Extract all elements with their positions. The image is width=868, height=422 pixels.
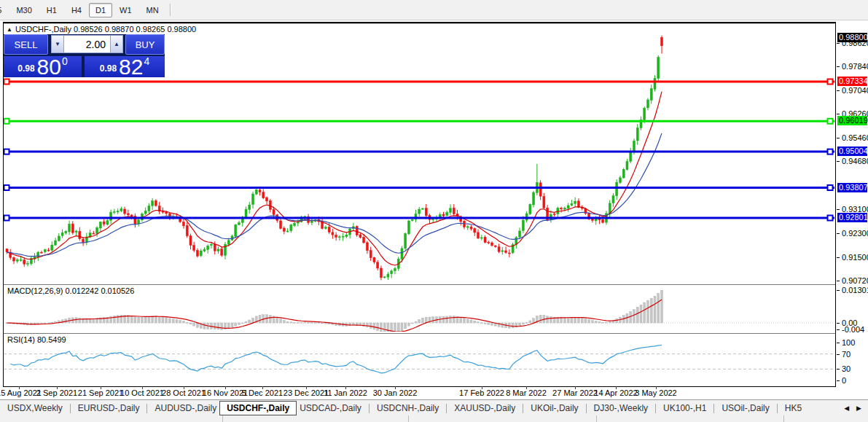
timeframe-button-d1[interactable]: D1 (89, 3, 112, 17)
price-axis-label-0.95460: 0.95460 (842, 133, 868, 143)
date-label: 23 Dec 2021 (284, 388, 329, 397)
bid-fraction: 0 (62, 55, 68, 67)
axis-tick (837, 138, 840, 138)
tab-separator (369, 404, 370, 413)
axis-tick (837, 354, 840, 355)
volume-increase-button[interactable]: ▲ (110, 35, 123, 53)
timeframe-button-w1[interactable]: W1 (112, 3, 139, 17)
toolbar-separator (170, 4, 171, 16)
date-label: 5 Dec 2021 (242, 388, 283, 397)
bid-price-display[interactable]: 0.98800 (4, 56, 82, 77)
axis-tick (837, 43, 840, 44)
macd-indicator-label: MACD(12,26,9) 0.012242 0.010526 (7, 286, 134, 295)
chart-tab-uk100-h1[interactable]: UK100-,H1 (663, 403, 706, 413)
chart-tab-xauusd-daily[interactable]: XAUUSD-,Daily (454, 403, 515, 413)
hline-price-box-0.97334: 0.97334 (837, 77, 867, 86)
price-axis-label-0.97040: 0.97040 (842, 86, 868, 95)
bid-base: 0.98 (17, 63, 34, 74)
price-axis-label-0.90720: 0.90720 (842, 276, 868, 286)
chart-tab-usoil-daily[interactable]: USOil-,Daily (722, 403, 769, 413)
date-label: 3 May 2022 (635, 388, 676, 397)
axis-tick (837, 369, 840, 370)
axis-tick (837, 257, 840, 258)
tab-separator (70, 404, 71, 413)
date-label: 21 Sep 2021 (78, 388, 123, 397)
tab-separator (713, 404, 714, 413)
timeframe-button-mn[interactable]: MN (139, 3, 166, 17)
price-axis-label-0.94680: 0.94680 (842, 157, 868, 166)
ask-base: 0.98 (100, 63, 117, 74)
date-label: 14 Apr 2022 (594, 388, 637, 397)
chart-tab-usdchf-daily[interactable]: USDCHF-,Daily (219, 401, 297, 415)
symbol-ohlc-text: USDCHF-,Daily 0.98526 0.98870 0.98265 0.… (15, 25, 196, 34)
hline-price-box-0.93807: 0.93807 (837, 183, 867, 192)
rsi-axis-label-0: 0 (842, 376, 846, 386)
date-label: 11 Jan 2022 (324, 388, 367, 397)
ask-fraction: 4 (144, 55, 149, 67)
buy-button[interactable]: BUY (125, 34, 165, 55)
axis-tick (837, 114, 840, 114)
timeframe-button-m30[interactable]: M30 (9, 3, 39, 17)
date-label: 8 Mar 2022 (506, 388, 547, 397)
tab-scroll-left-icon[interactable]: ◀ (844, 405, 849, 412)
rsi-axis-label-30: 30 (842, 364, 851, 374)
tab-separator (586, 404, 587, 413)
one-click-trading-panel: SELL ▼ ▲ BUY 0.98800 0.98824 (4, 34, 165, 77)
tabbar-divider (783, 415, 784, 422)
tabbar-divider (408, 415, 409, 422)
collapse-panel-icon[interactable]: ▲ (7, 26, 12, 33)
chart-tab-usdx-weekly[interactable]: USDX,Weekly (7, 403, 63, 413)
date-label: 27 Mar 2022 (552, 388, 598, 397)
chart-tab-ukoil-daily[interactable]: UKOil-,Daily (531, 403, 578, 413)
tab-scroll-right-icon[interactable]: ▶ (856, 405, 861, 412)
volume-input[interactable] (64, 35, 110, 53)
rsi-axis-label-100: 100 (842, 338, 855, 348)
date-label: 16 Nov 2021 (203, 388, 248, 397)
chart-tab-bar: USDX,WeeklyEURUSD-,DailyAUDUSD-,DailyUSD… (0, 399, 868, 422)
axis-tick (837, 90, 840, 91)
timeframe-button-h4[interactable]: H4 (64, 3, 89, 17)
axis-tick (837, 161, 840, 162)
volume-decrease-button[interactable]: ▼ (51, 35, 64, 53)
date-label: 30 Jan 2022 (373, 388, 418, 397)
hline-price-box-0.95004: 0.95004 (837, 146, 867, 156)
mt4-window: M15M30H1H4D1W1MN ▲USDCHF-,Daily 0.98526 … (0, 0, 868, 422)
hline-price-box-0.96019: 0.96019 (837, 116, 867, 125)
time-axis[interactable]: 15 Aug 20212 Sep 202121 Sep 202110 Oct 2… (3, 387, 836, 399)
tab-scroll-buttons: ◀▶ (836, 403, 867, 413)
chart-tab-hk5[interactable]: HK5 (785, 403, 802, 413)
tab-separator (146, 404, 147, 413)
chart-tab-usdcnh-daily[interactable]: USDCNH-,Daily (377, 403, 439, 413)
axis-tick (837, 323, 840, 324)
chart-title: ▲USDCHF-,Daily 0.98526 0.98870 0.98265 0… (7, 25, 196, 34)
axis-tick (837, 380, 840, 381)
tabbar-divider (596, 415, 597, 422)
timeframe-toolbar: M15M30H1H4D1W1MN (0, 0, 868, 20)
date-label: 17 Feb 2022 (459, 388, 504, 397)
price-axis[interactable]: 0.986200.978400.970400.962600.954600.946… (837, 22, 868, 387)
sell-button[interactable]: SELL (4, 34, 48, 55)
axis-tick (837, 329, 840, 330)
price-axis-label-0.92300: 0.92300 (842, 229, 868, 238)
rsi-axis-label-70: 70 (842, 350, 851, 359)
tabbar-divider (222, 415, 223, 422)
date-label: 10 Oct 2021 (120, 388, 164, 397)
chart-tab-eurusd-daily[interactable]: EURUSD-,Daily (78, 403, 140, 413)
axis-tick (837, 209, 840, 210)
timeframe-button-h1[interactable]: H1 (39, 3, 64, 17)
price-axis-label-0.97840: 0.97840 (842, 62, 868, 71)
price-axis-label-0.91500: 0.91500 (842, 253, 868, 262)
axis-tick (837, 281, 840, 281)
chart-tab-dj30-weekly[interactable]: DJ30-,Weekly (594, 403, 648, 413)
tab-separator (523, 404, 523, 413)
timeframe-button-m15[interactable]: M15 (0, 3, 9, 17)
chart-tab-audusd-daily[interactable]: AUDUSD-,Daily (155, 403, 216, 413)
ask-price-display[interactable]: 0.98824 (85, 56, 165, 77)
current-price-box: 0.98800 (837, 33, 867, 42)
ask-pips: 82 (119, 58, 143, 77)
tab-separator (446, 404, 447, 413)
chart-tab-usdcad-daily[interactable]: USDCAD-,Daily (300, 403, 361, 413)
axis-tick (837, 233, 840, 234)
macd-axis-label-0.013015: 0.013015 (842, 286, 868, 295)
date-label: 28 Oct 2021 (162, 388, 206, 397)
